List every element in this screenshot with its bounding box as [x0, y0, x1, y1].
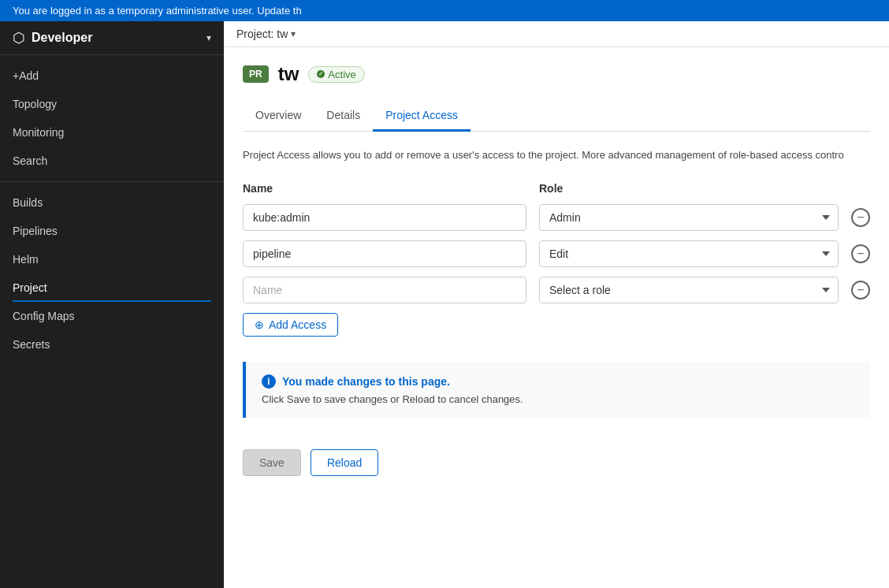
column-header-role: Role [539, 182, 870, 195]
content-area: Project: tw ▾ PR tw Active Overview [224, 21, 889, 588]
role-select-1[interactable]: Admin Edit View [539, 204, 839, 231]
top-bar: You are logged in as a temporary adminis… [0, 0, 889, 21]
project-title-row: PR tw Active [243, 63, 870, 85]
project-label: Project: tw [236, 28, 288, 40]
sidebar-item-pipelines[interactable]: Pipelines [0, 217, 224, 245]
reload-button[interactable]: Reload [311, 449, 378, 476]
sidebar-item-secrets[interactable]: Secrets [0, 330, 224, 359]
remove-button-3[interactable]: − [851, 281, 870, 300]
status-text: Active [328, 69, 355, 80]
project-header: Project: tw ▾ [224, 21, 889, 47]
description-text: Project Access allows you to add or remo… [243, 147, 870, 163]
table-headers: Name Role [243, 182, 870, 195]
sidebar-item-label: Helm [13, 253, 39, 266]
plus-icon: ⊕ [255, 318, 264, 331]
footer-buttons: Save Reload [243, 437, 870, 476]
tabs: Overview Details Project Access [243, 101, 870, 132]
developer-logo: ⬡ [13, 29, 25, 47]
sidebar-item-label: Builds [13, 196, 43, 209]
add-access-label: Add Access [269, 318, 326, 331]
sidebar-item-label: Project [13, 281, 47, 294]
sidebar-item-builds[interactable]: Builds [0, 188, 224, 217]
sidebar-item-add[interactable]: +Add [0, 61, 224, 90]
chevron-down-icon[interactable]: ▾ [206, 32, 211, 43]
access-row: Admin Edit View − [243, 240, 870, 267]
sidebar-title: Developer [32, 31, 92, 45]
role-select-3[interactable]: Select a role Admin Edit View [539, 277, 839, 303]
name-input-3[interactable] [243, 277, 526, 303]
sidebar-item-configmaps[interactable]: Config Maps [0, 302, 224, 330]
sidebar-item-label: Monitoring [13, 126, 64, 139]
status-badge: Active [308, 66, 364, 83]
sidebar-item-label: Config Maps [13, 310, 75, 322]
sidebar-item-label: +Add [13, 69, 39, 82]
sidebar-item-search[interactable]: Search [0, 147, 224, 175]
role-select-2[interactable]: Admin Edit View [539, 240, 839, 267]
sidebar-item-topology[interactable]: Topology [0, 90, 224, 118]
remove-button-2[interactable]: − [851, 244, 870, 263]
page-content: PR tw Active Overview Details Project Ac… [224, 47, 889, 588]
info-banner-title-row: i You made changes to this page. [262, 374, 854, 389]
info-icon: i [262, 374, 276, 389]
project-name: tw [278, 63, 299, 85]
sidebar-nav: +Add Topology Monitoring Search Builds P… [0, 55, 224, 365]
remove-button-1[interactable]: − [851, 208, 870, 227]
column-header-name: Name [243, 182, 526, 195]
tab-project-access[interactable]: Project Access [373, 101, 471, 132]
project-selector[interactable]: Project: tw ▾ [236, 28, 296, 40]
pr-badge: PR [243, 65, 269, 83]
access-row: Select a role Admin Edit View − [243, 277, 870, 303]
sidebar: ⬡ Developer ▾ +Add Topology Monitoring S… [0, 21, 224, 588]
sidebar-divider [0, 181, 224, 182]
info-banner-title: You made changes to this page. [282, 375, 450, 388]
top-bar-message: You are logged in as a temporary adminis… [13, 5, 302, 17]
sidebar-item-label: Pipelines [13, 225, 58, 237]
tab-details[interactable]: Details [314, 101, 373, 132]
sidebar-header[interactable]: ⬡ Developer ▾ [0, 21, 224, 55]
tab-overview[interactable]: Overview [243, 101, 314, 132]
sidebar-item-monitoring[interactable]: Monitoring [0, 118, 224, 147]
info-banner-text: Click Save to save changes or Reload to … [262, 393, 854, 405]
sidebar-item-helm[interactable]: Helm [0, 245, 224, 274]
active-icon [317, 70, 325, 78]
sidebar-item-label: Topology [13, 98, 57, 110]
access-row: Admin Edit View − [243, 204, 870, 231]
sidebar-item-label: Secrets [13, 338, 50, 351]
save-button[interactable]: Save [243, 449, 301, 476]
sidebar-item-project[interactable]: Project [0, 274, 224, 302]
name-input-2[interactable] [243, 240, 526, 267]
name-input-1[interactable] [243, 204, 526, 231]
add-access-button[interactable]: ⊕ Add Access [243, 313, 338, 337]
chevron-down-icon[interactable]: ▾ [291, 28, 296, 39]
sidebar-item-label: Search [13, 154, 47, 167]
info-banner: i You made changes to this page. Click S… [243, 362, 870, 418]
